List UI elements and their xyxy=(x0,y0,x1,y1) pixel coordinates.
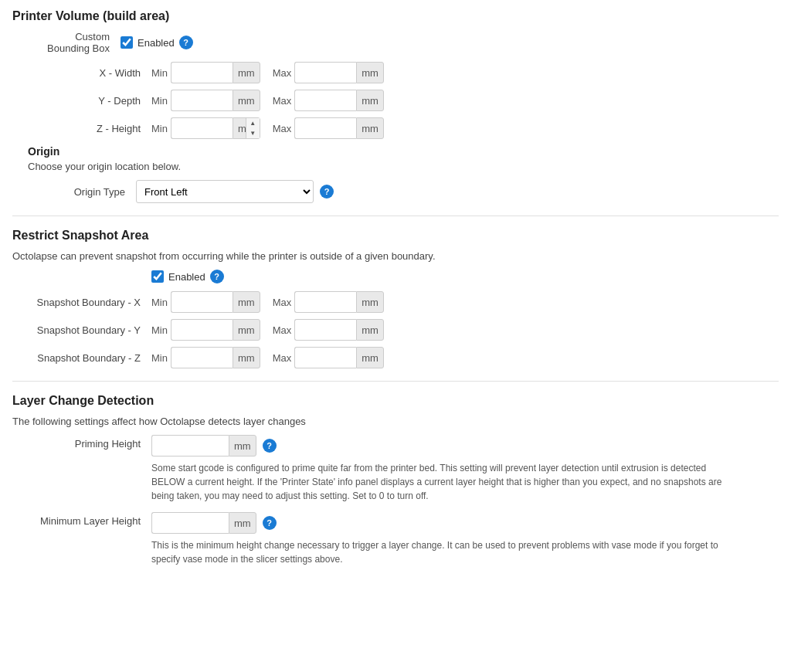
restrict-snapshot-description: Octolapse can prevent snapshot from occu… xyxy=(12,250,779,262)
custom-bounding-box-row: Custom Bounding Box Enabled ? xyxy=(12,31,779,54)
snapshot-y-min-wrap: 25 mm xyxy=(171,319,260,341)
z-height-spinner[interactable]: ▲ ▼ xyxy=(246,118,260,138)
priming-height-label: Priming Height xyxy=(28,435,151,450)
snapshot-x-min-input[interactable]: 25 xyxy=(171,291,233,313)
y-depth-max-group: Max 300 mm xyxy=(273,90,384,111)
y-depth-max-input-wrap: 300 mm xyxy=(294,90,384,111)
snapshot-y-max-input[interactable]: 275 xyxy=(294,319,356,341)
layer-change-title: Layer Change Detection xyxy=(12,394,779,408)
z-height-max-label: Max xyxy=(273,123,292,134)
y-depth-min-label: Min xyxy=(151,95,168,107)
z-height-max-input[interactable]: 300 xyxy=(294,117,356,139)
priming-height-help-icon[interactable]: ? xyxy=(263,439,277,453)
min-layer-height-label: Minimum Layer Height xyxy=(28,512,151,527)
snapshot-x-min-group: Min 25 mm xyxy=(151,291,260,313)
y-depth-max-label: Max xyxy=(273,95,292,107)
x-width-label: X - Width xyxy=(74,67,151,79)
x-width-min-label: Min xyxy=(151,67,168,79)
min-layer-height-content: 0,12 mm ? This is the minimum height cha… xyxy=(151,512,738,566)
min-layer-height-row: Minimum Layer Height 0,12 mm ? This is t… xyxy=(12,512,779,566)
z-height-up-arrow[interactable]: ▲ xyxy=(246,118,260,128)
snapshot-enabled-checkbox[interactable] xyxy=(151,270,164,283)
origin-title: Origin xyxy=(28,145,779,158)
min-layer-height-description: This is the minimum height change necess… xyxy=(151,538,738,566)
snapshot-y-max-wrap: 275 mm xyxy=(294,319,384,341)
y-depth-min-input-wrap: 0 mm xyxy=(171,90,260,111)
y-depth-max-unit: mm xyxy=(356,90,384,111)
origin-type-row: Origin Type Front Left Front Right Back … xyxy=(28,180,779,203)
restrict-snapshot-title: Restrict Snapshot Area xyxy=(12,229,779,243)
divider-1 xyxy=(12,216,779,216)
snapshot-y-min-label: Min xyxy=(151,324,168,336)
snapshot-y-row: Snapshot Boundary - Y Min 25 mm Max 275 … xyxy=(12,319,779,341)
y-depth-min-input[interactable]: 0 xyxy=(171,90,233,111)
x-width-max-unit: mm xyxy=(356,62,384,83)
x-width-max-group: Max 300 mm xyxy=(273,62,384,83)
snapshot-enabled-label: Enabled xyxy=(168,271,205,283)
custom-bounding-box-checkbox[interactable] xyxy=(121,36,133,49)
y-depth-max-input[interactable]: 300 xyxy=(294,90,356,111)
main-page: Printer Volume (build area) Custom Bound… xyxy=(0,0,791,672)
snapshot-y-max-group: Max 275 mm xyxy=(273,319,384,341)
snapshot-x-row: Snapshot Boundary - X Min 25 mm Max 275 … xyxy=(12,291,779,313)
origin-type-label: Origin Type xyxy=(43,186,136,198)
snapshot-x-min-unit: mm xyxy=(233,291,260,313)
origin-type-select[interactable]: Front Left Front Right Back Left Back Ri… xyxy=(136,180,314,203)
snapshot-x-min-label: Min xyxy=(151,297,168,308)
snapshot-x-max-wrap: 275 mm xyxy=(294,291,384,313)
layer-change-description: The following settings affect how Octola… xyxy=(12,416,779,427)
origin-type-help-icon[interactable]: ? xyxy=(320,185,334,199)
x-width-max-input[interactable]: 300 xyxy=(294,62,356,83)
snapshot-x-label: Snapshot Boundary - X xyxy=(12,297,151,308)
snapshot-x-max-group: Max 275 mm xyxy=(273,291,384,313)
y-depth-label: Y - Depth xyxy=(74,95,151,107)
snapshot-z-max-input[interactable]: 275 xyxy=(294,347,356,368)
snapshot-z-min-unit: mm xyxy=(233,347,260,368)
origin-section: Origin Choose your origin location below… xyxy=(12,145,779,203)
priming-height-unit: mm xyxy=(229,435,256,456)
snapshot-y-min-unit: mm xyxy=(233,319,260,341)
snapshot-enabled-row: Enabled ? xyxy=(12,270,779,283)
priming-height-input[interactable]: 30 xyxy=(151,435,229,456)
layer-change-section: Layer Change Detection The following set… xyxy=(12,394,779,566)
min-layer-height-input[interactable]: 0,12 xyxy=(151,512,229,534)
z-height-min-input[interactable]: 0 xyxy=(171,117,233,139)
z-height-min-group: Min 0 ▲ ▼ mm xyxy=(151,117,260,139)
x-width-min-unit: mm xyxy=(233,62,260,83)
snapshot-z-min-wrap: 25 mm xyxy=(171,347,260,368)
custom-bounding-box-help-icon[interactable]: ? xyxy=(179,36,193,49)
z-height-max-input-wrap: 300 mm xyxy=(294,117,384,139)
restrict-snapshot-section: Restrict Snapshot Area Octolapse can pre… xyxy=(12,229,779,368)
priming-height-row: Priming Height 30 mm ? Some start gcode … xyxy=(12,435,779,503)
priming-height-content: 30 mm ? Some start gcode is configured t… xyxy=(151,435,738,503)
snapshot-y-max-label: Max xyxy=(273,324,292,336)
z-height-row: Z - Height Min 0 ▲ ▼ mm Max 300 mm xyxy=(12,117,779,139)
y-depth-min-unit: mm xyxy=(233,90,260,111)
snapshot-z-min-input[interactable]: 25 xyxy=(171,347,233,368)
y-depth-min-group: Min 0 mm xyxy=(151,90,260,111)
priming-height-description: Some start gcode is configured to prime … xyxy=(151,461,738,503)
z-height-label: Z - Height xyxy=(74,123,151,134)
min-layer-height-help-icon[interactable]: ? xyxy=(263,516,277,530)
z-height-min-input-wrap: 0 ▲ ▼ mm xyxy=(171,117,260,139)
snapshot-z-max-label: Max xyxy=(273,352,292,364)
snapshot-y-label: Snapshot Boundary - Y xyxy=(12,324,151,336)
snapshot-x-max-input[interactable]: 275 xyxy=(294,291,356,313)
z-height-down-arrow[interactable]: ▼ xyxy=(246,128,260,138)
x-width-min-group: Min 0 mm xyxy=(151,62,260,83)
snapshot-z-max-group: Max 275 mm xyxy=(273,347,384,368)
custom-bounding-box-label: Custom Bounding Box xyxy=(43,31,121,54)
x-width-row: X - Width Min 0 mm Max 300 mm xyxy=(12,62,779,83)
z-height-max-group: Max 300 mm xyxy=(273,117,384,139)
snapshot-x-max-label: Max xyxy=(273,297,292,308)
snapshot-x-min-wrap: 25 mm xyxy=(171,291,260,313)
printer-volume-section: Printer Volume (build area) Custom Bound… xyxy=(12,9,779,203)
snapshot-z-max-unit: mm xyxy=(356,347,384,368)
snapshot-y-min-input[interactable]: 25 xyxy=(171,319,233,341)
x-width-min-input[interactable]: 0 xyxy=(171,62,233,83)
origin-description: Choose your origin location below. xyxy=(28,161,779,172)
x-width-max-input-wrap: 300 mm xyxy=(294,62,384,83)
priming-height-input-row: 30 mm ? xyxy=(151,435,738,456)
snapshot-enabled-help-icon[interactable]: ? xyxy=(210,270,224,283)
snapshot-z-min-label: Min xyxy=(151,352,168,364)
